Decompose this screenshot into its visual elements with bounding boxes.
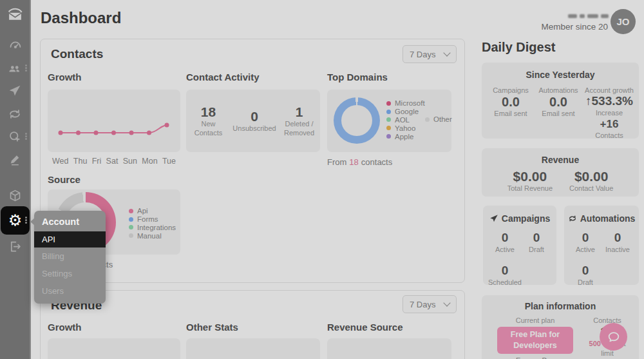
account-context-menu: Account API Billing Settings Users bbox=[34, 211, 106, 304]
tour-dim-overlay bbox=[0, 0, 644, 359]
menu-item-api[interactable]: API bbox=[34, 231, 106, 247]
gear-icon: ⚙ bbox=[8, 213, 23, 228]
menu-item-settings[interactable]: Settings bbox=[34, 265, 106, 282]
menu-item-users[interactable]: Users bbox=[34, 282, 106, 300]
settings-kebab-menu-icon[interactable] bbox=[25, 217, 27, 218]
menu-header: Account bbox=[34, 211, 106, 231]
menu-item-billing[interactable]: Billing bbox=[34, 247, 106, 265]
settings-gear-button[interactable]: ⚙ bbox=[1, 206, 30, 235]
